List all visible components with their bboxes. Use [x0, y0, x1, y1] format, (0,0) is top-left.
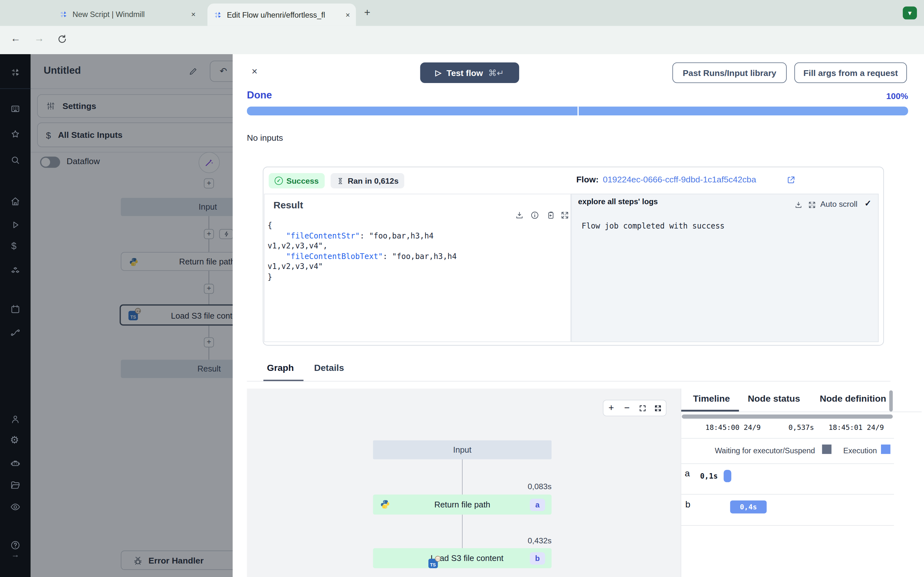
fit-view-icon: [639, 404, 646, 412]
tab-graph[interactable]: Graph: [267, 363, 294, 373]
legend-waiting-label: Waiting for executor/Suspend: [715, 446, 815, 455]
back-button[interactable]: ←: [11, 33, 21, 45]
download-result-icon[interactable]: [515, 211, 524, 220]
app-sidebar: $ ⚙ →: [0, 54, 31, 577]
modal-backdrop: [31, 54, 233, 577]
check-circle-icon: ✓: [275, 177, 283, 185]
json-brace: }: [268, 272, 272, 281]
routes-icon[interactable]: [10, 327, 21, 338]
search-icon[interactable]: [10, 155, 21, 165]
flow-id-link[interactable]: 019224ec-0666-ccff-9dbd-1c1af5c42cba: [603, 175, 756, 184]
graph-zoom-controls: + −: [603, 400, 666, 416]
folders-icon[interactable]: [10, 480, 21, 490]
home-icon[interactable]: [10, 196, 21, 207]
users-person-icon[interactable]: [10, 414, 21, 424]
resources-cubes-icon[interactable]: [10, 266, 21, 277]
logs-title: explore all steps' logs: [578, 197, 658, 206]
expand-result-icon[interactable]: [561, 211, 569, 220]
windmill-favicon: [213, 10, 222, 19]
json-key: "fileContentStr": [286, 231, 360, 240]
python-icon: [380, 500, 390, 509]
timeline-scrollbar-vertical[interactable]: [889, 390, 893, 412]
timeline-start-time: 18:45:00 24/9: [706, 424, 761, 432]
success-badge: ✓ Success: [269, 173, 325, 189]
fill-args-button[interactable]: Fill args from a request: [795, 63, 907, 83]
tab-title: Edit Flow u/henri/effortless_fl: [227, 10, 325, 19]
graph-step-b-label: Load S3 file content: [431, 554, 503, 563]
json-indent: [268, 231, 286, 240]
graph-step-a-label: Return file path: [435, 500, 490, 509]
past-runs-label: Past Runs/Input library: [683, 68, 776, 77]
browser-toolbar: ← → app.windmill.dev/flows/edit/u/henri/…: [0, 26, 924, 54]
test-flow-button[interactable]: ▷ Test flow ⌘↵: [420, 63, 519, 83]
timeline-row-a-label: a: [685, 468, 690, 479]
graph-step-a-node[interactable]: Return file path a: [373, 495, 552, 514]
help-icon[interactable]: [10, 540, 21, 550]
legend-waiting-swatch: [822, 445, 831, 454]
divider: [681, 525, 894, 526]
favorites-star-icon[interactable]: [10, 129, 21, 139]
success-label: Success: [286, 176, 319, 185]
workspace-icon[interactable]: [10, 103, 21, 114]
result-panel: Result { "fileContentStr": "foo,bar,h3,h…: [264, 193, 571, 342]
divider: [681, 494, 894, 495]
graph-edge: [462, 514, 463, 549]
tab-timeline[interactable]: Timeline: [693, 393, 730, 404]
windmill-logo-icon[interactable]: [10, 67, 21, 77]
test-flow-label: Test flow: [447, 68, 483, 77]
forward-button[interactable]: →: [34, 33, 44, 45]
new-tab-button[interactable]: +: [364, 6, 370, 19]
shortcut-hint: ⌘↵: [488, 68, 504, 77]
flow-progress-bar: [247, 106, 908, 115]
expand-logs-icon[interactable]: [808, 201, 816, 209]
flow-editor-panel: Untitled ↶ Settings $ All Static Inputs …: [31, 54, 233, 577]
download-logs-icon[interactable]: [795, 201, 803, 209]
graph-step-b-node[interactable]: TS Load S3 file content b: [373, 548, 552, 568]
legend-execution-swatch: [881, 445, 890, 454]
close-tab-icon[interactable]: ×: [346, 10, 350, 19]
divider: [681, 464, 894, 464]
schedules-calendar-icon[interactable]: [10, 304, 21, 314]
logs-content: Flow job completed with success: [582, 221, 725, 230]
zoom-in-button[interactable]: +: [604, 400, 619, 416]
past-runs-button[interactable]: Past Runs/Input library: [672, 63, 787, 83]
external-link-icon[interactable]: [787, 175, 796, 184]
tab-title: New Script | Windmill: [73, 10, 145, 19]
browser-tab-new-script[interactable]: New Script | Windmill ×: [53, 5, 202, 24]
settings-gear-icon[interactable]: ⚙: [10, 434, 19, 446]
fit-view-button[interactable]: [635, 400, 650, 416]
refresh-button[interactable]: [57, 34, 68, 45]
run-graph-canvas[interactable]: + − Input 0,083s Return file path a 0,43…: [247, 388, 681, 577]
timeline-row-b-bar: 0,4s: [730, 500, 767, 513]
fill-args-label: Fill args from a request: [803, 68, 898, 77]
timeline-row-b-label: b: [685, 500, 690, 510]
zoom-out-button[interactable]: −: [619, 400, 635, 416]
autoscroll-checkbox[interactable]: ✓: [864, 198, 871, 208]
info-icon[interactable]: [530, 211, 540, 220]
collapse-sidebar-arrow-icon[interactable]: →: [11, 550, 19, 559]
hourglass-icon: [336, 177, 344, 185]
variables-dollar-icon[interactable]: $: [11, 241, 16, 251]
timeline-scrollbar-horizontal[interactable]: [682, 414, 893, 419]
workers-robot-icon[interactable]: [10, 458, 21, 469]
run-detail-panel: Timeline Node status Node definition 18:…: [680, 388, 924, 577]
browser-tab-edit-flow[interactable]: Edit Flow u/henri/effortless_fl ×: [208, 3, 356, 26]
expand-graph-button[interactable]: [650, 400, 666, 416]
graph-edge: [462, 459, 463, 495]
json-value: : "foo,bar,h3,h4: [383, 251, 457, 261]
runs-play-icon[interactable]: [10, 219, 21, 230]
tab-search-chevron-icon[interactable]: ▾: [903, 6, 917, 19]
graph-input-node[interactable]: Input: [373, 440, 552, 459]
progress-step-divider: [577, 106, 579, 115]
divider: [0, 89, 31, 89]
tab-node-status[interactable]: Node status: [748, 393, 800, 404]
bun-icon: [435, 556, 441, 562]
close-tab-icon[interactable]: ×: [191, 10, 196, 19]
close-drawer-button[interactable]: ×: [252, 66, 257, 78]
audit-eye-icon[interactable]: [10, 502, 21, 512]
copy-clipboard-icon[interactable]: [546, 211, 556, 220]
divider: [681, 412, 921, 412]
timeline-total-duration: 0,537s: [788, 424, 814, 432]
tab-details[interactable]: Details: [314, 363, 344, 373]
tab-node-definition[interactable]: Node definition: [820, 393, 886, 404]
